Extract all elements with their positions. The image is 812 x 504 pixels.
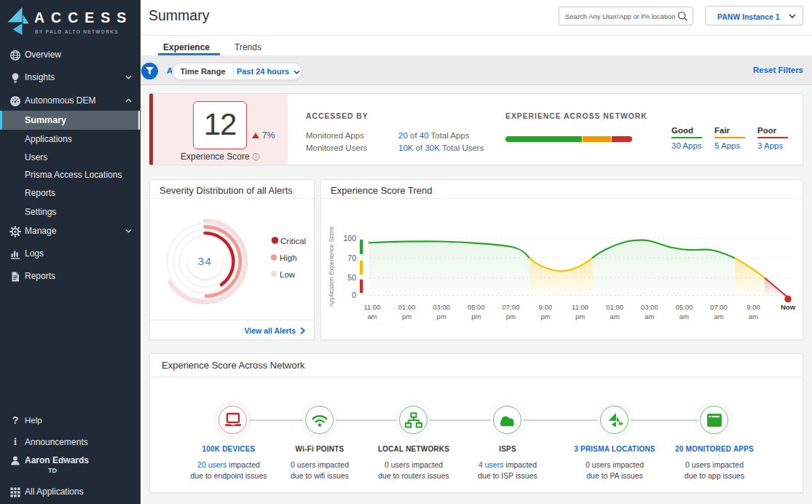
svg-text:01:00: 01:00 <box>398 303 416 311</box>
svg-text:High: High <box>280 253 297 262</box>
svg-text:11:00: 11:00 <box>572 303 588 311</box>
svg-text:34: 34 <box>198 255 213 267</box>
svg-text:Application Experience Score: Application Experience Score <box>328 226 335 307</box>
svg-text:0: 0 <box>352 291 356 299</box>
svg-text:07:00: 07:00 <box>710 303 728 311</box>
svg-text:9:00: 9:00 <box>539 303 553 311</box>
svg-text:100: 100 <box>343 234 356 243</box>
svg-text:07:00: 07:00 <box>502 303 520 311</box>
svg-text:01:00: 01:00 <box>606 303 623 311</box>
svg-text:am: am <box>610 312 620 320</box>
svg-text:03:00: 03:00 <box>433 303 450 311</box>
svg-text:pm: pm <box>540 312 550 320</box>
svg-text:pm: pm <box>402 312 411 320</box>
svg-text:pm: pm <box>575 312 585 320</box>
svg-text:05:00: 05:00 <box>468 303 485 311</box>
svg-text:am: am <box>714 312 723 320</box>
svg-text:9:00: 9:00 <box>746 303 760 311</box>
svg-text:Now: Now <box>781 303 796 311</box>
svg-text:70: 70 <box>347 253 356 262</box>
svg-text:11:00: 11:00 <box>363 303 380 311</box>
svg-text:Critical: Critical <box>280 237 306 245</box>
svg-text:50: 50 <box>347 273 356 282</box>
svg-text:am: am <box>749 312 758 320</box>
svg-text:05:00: 05:00 <box>676 303 693 311</box>
svg-text:pm: pm <box>506 312 516 320</box>
svg-text:am: am <box>367 312 377 320</box>
svg-text:pm: pm <box>471 312 481 320</box>
svg-text:Low: Low <box>280 270 296 279</box>
svg-text:am: am <box>645 312 654 320</box>
svg-text:pm: pm <box>437 312 446 320</box>
svg-text:03:00: 03:00 <box>641 303 658 311</box>
svg-text:am: am <box>679 312 689 320</box>
